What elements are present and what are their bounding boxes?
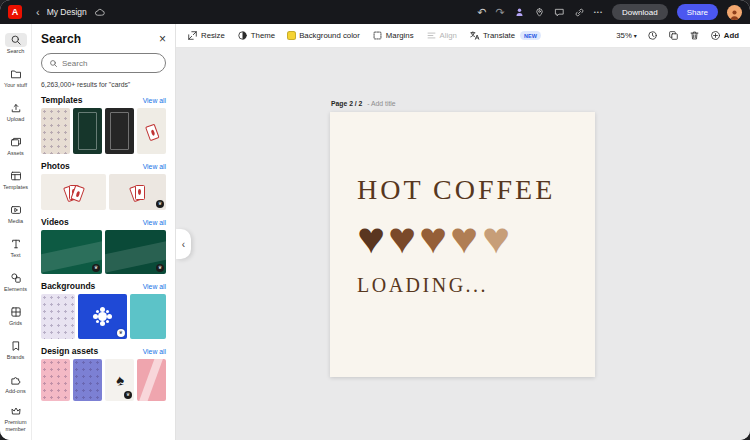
background-color-swatch [287, 31, 296, 40]
sidebar-label: Elements [4, 286, 27, 292]
search-panel-header: Search × [41, 32, 166, 46]
sidebar-item-upload[interactable]: Upload [0, 95, 32, 129]
undo-icon[interactable]: ↶ [477, 7, 486, 18]
resize-icon [187, 30, 198, 41]
section-header: Design assets View all [41, 346, 166, 356]
section-title: Photos [41, 161, 70, 171]
section-header: Templates View all [41, 95, 166, 105]
crown-icon: ♛ [94, 266, 98, 271]
heart-shape[interactable]: ♥ [450, 218, 478, 258]
view-all-link[interactable]: View all [143, 283, 166, 290]
design-asset-thumbnail[interactable]: ♠ ♛ [105, 359, 134, 401]
background-thumbnail[interactable] [130, 294, 166, 339]
share-button[interactable]: Share [677, 4, 718, 20]
template-thumbnail[interactable] [137, 108, 166, 154]
upload-icon-wrap [5, 101, 27, 115]
design-asset-thumbnail[interactable] [41, 359, 70, 401]
redo-icon[interactable]: ↷ [496, 7, 505, 18]
panel-collapse-button[interactable]: ‹ [176, 229, 191, 259]
comment-icon[interactable] [554, 7, 565, 18]
theme-icon [237, 30, 248, 41]
canvas-area[interactable]: Page 2 / 2 - Add title HOT COFFEE ♥ ♥ ♥ … [176, 48, 750, 440]
translate-button[interactable]: Translate NEW [469, 30, 541, 41]
view-all-link[interactable]: View all [143, 348, 166, 355]
sidebar-item-premium-member[interactable]: Premium member [0, 401, 32, 435]
theme-button[interactable]: Theme [237, 30, 275, 41]
design-asset-thumbnail[interactable] [73, 359, 102, 401]
heart-shape[interactable]: ♥ [481, 218, 509, 258]
thumbnail-row: ♛ [41, 174, 166, 210]
sidebar-label: Your stuff [4, 82, 27, 88]
sidebar-item-templates[interactable]: Templates [0, 163, 32, 197]
loading-text[interactable]: LOADING... [357, 274, 595, 297]
view-all-link[interactable]: View all [143, 97, 166, 104]
video-thumbnail[interactable]: ♛ [105, 230, 166, 274]
add-button[interactable]: Add [710, 30, 739, 41]
background-thumbnail[interactable]: ♛ [78, 294, 127, 339]
hearts-row[interactable]: ♥ ♥ ♥ ♥ ♥ [358, 218, 595, 258]
design-asset-thumbnail[interactable] [137, 359, 166, 401]
heart-shape[interactable]: ♥ [357, 218, 385, 258]
align-button[interactable]: Align [426, 30, 457, 41]
heart-shape[interactable]: ♥ [419, 218, 447, 258]
document-title[interactable]: My Design [47, 7, 87, 17]
sidebar-item-add-ons[interactable]: Add-ons [0, 367, 32, 401]
sidebar-item-elements[interactable]: Elements [0, 265, 32, 299]
user-avatar[interactable] [727, 5, 742, 20]
upload-icon [10, 102, 22, 114]
sidebar-item-brands[interactable]: Brands [0, 333, 32, 367]
premium-badge: ♛ [124, 391, 132, 399]
search-box[interactable] [41, 53, 166, 73]
photo-thumbnail[interactable] [41, 174, 106, 210]
poster-frame [110, 112, 129, 150]
design-title-text[interactable]: HOT COFFEE [357, 174, 595, 206]
duplicate-icon[interactable] [668, 30, 679, 41]
template-thumbnail[interactable] [73, 108, 102, 154]
link-icon[interactable] [574, 7, 585, 18]
align-icon [426, 30, 437, 41]
arrow-graphic [138, 359, 163, 401]
template-thumbnail[interactable] [41, 108, 70, 154]
photo-thumbnail[interactable]: ♛ [109, 174, 166, 210]
sidebar-item-media[interactable]: Media [0, 197, 32, 231]
video-thumbnail[interactable]: ♛ [41, 230, 102, 274]
add-title-hint[interactable]: - Add title [367, 100, 395, 107]
section-header: Videos View all [41, 217, 166, 227]
premium-badge: ♛ [117, 329, 125, 337]
templates-icon [10, 170, 22, 182]
trash-icon[interactable] [689, 30, 700, 41]
margins-button[interactable]: Margins [372, 30, 414, 41]
view-all-link[interactable]: View all [143, 163, 166, 170]
pin-icon[interactable] [534, 7, 545, 18]
folder-icon [10, 68, 22, 80]
people-icon[interactable] [514, 7, 525, 18]
view-all-link[interactable]: View all [143, 219, 166, 226]
heart-shape[interactable]: ♥ [388, 218, 416, 258]
section-header: Photos View all [41, 161, 166, 171]
sidebar-label: Upload [7, 116, 24, 122]
search-input[interactable] [62, 59, 158, 68]
download-button[interactable]: Download [612, 4, 668, 20]
background-color-button[interactable]: Background color [287, 31, 360, 40]
top-bar-actions: ↶ ↷ ••• Download Share [477, 4, 742, 20]
page-indicator[interactable]: Page 2 / 2 - Add title [331, 100, 396, 107]
close-icon[interactable]: × [159, 33, 166, 45]
text-icon-wrap [5, 237, 27, 251]
sidebar-item-assets[interactable]: Assets [0, 129, 32, 163]
editor-toolbar: Resize Theme Background color Margins Al… [176, 24, 750, 48]
template-thumbnail[interactable] [105, 108, 134, 154]
adobe-express-logo[interactable]: A [8, 5, 22, 19]
search-icon-wrap [5, 33, 27, 47]
sidebar-item-grids[interactable]: Grids [0, 299, 32, 333]
sidebar-item-text[interactable]: Text [0, 231, 32, 265]
history-icon[interactable] [647, 30, 658, 41]
resize-button[interactable]: Resize [187, 30, 225, 41]
thumbnail-row: ♛ [41, 294, 166, 339]
design-page[interactable]: HOT COFFEE ♥ ♥ ♥ ♥ ♥ LOADING... [330, 112, 595, 377]
zoom-control[interactable]: 35% ▾ [616, 31, 637, 40]
chevron-left-icon[interactable]: ‹ [36, 7, 40, 18]
more-options-icon[interactable]: ••• [594, 9, 603, 15]
sidebar-item-your-stuff[interactable]: Your stuff [0, 61, 32, 95]
sidebar-item-search[interactable]: Search [0, 27, 32, 61]
background-thumbnail[interactable] [41, 294, 75, 339]
